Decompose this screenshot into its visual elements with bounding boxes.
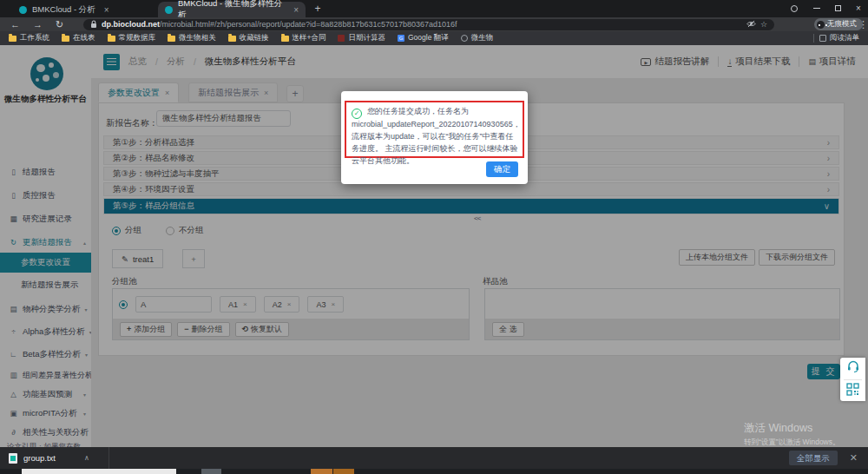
screen: BMKCloud - 分析 × BMKCloud - 微生物多样性分析 × + …	[0, 0, 868, 474]
success-check-icon: ✓	[352, 109, 362, 119]
bookmark-item[interactable]: 常规数据库	[108, 33, 156, 43]
download-bar: group.txt ∧ 全部显示 ✕	[0, 447, 868, 469]
folder-icon	[9, 36, 16, 42]
close-download-bar-icon[interactable]: ✕	[850, 452, 858, 464]
globe-icon	[461, 35, 468, 42]
calculator-icon	[338, 35, 345, 42]
url-text: dp.biocloud.net/microbial.html#/zh/perso…	[102, 20, 457, 29]
window-minimize-button[interactable]	[806, 0, 828, 17]
reading-list-button[interactable]: 阅读清单	[819, 33, 859, 43]
bookmark-item[interactable]: 收藏链接	[228, 33, 269, 43]
customer-service-icon[interactable]	[846, 359, 860, 377]
bookmarks-bar: 工作系统 在线表 常规数据库 微生物相关 收藏链接 送样+合同 日期计算器 GG…	[0, 31, 868, 45]
browser-tab-1[interactable]: BMKCloud - 分析 ×	[12, 2, 153, 17]
chevron-up-icon[interactable]: ∧	[84, 454, 89, 462]
folder-icon	[281, 36, 289, 42]
address-bar[interactable]: dp.biocloud.net/microbial.html#/zh/perso…	[83, 19, 774, 30]
divider	[108, 447, 109, 469]
taskbar-window-segment	[22, 469, 176, 474]
bookmark-item[interactable]: GGoogle 翻译	[398, 33, 449, 43]
qr-code-icon[interactable]	[846, 383, 859, 399]
bookmark-item[interactable]: 工作系统	[9, 33, 49, 43]
incognito-icon	[817, 21, 825, 29]
google-translate-icon: G	[398, 35, 404, 42]
eye-off-icon[interactable]	[746, 16, 756, 32]
folder-icon	[228, 36, 236, 42]
bookmark-item[interactable]: 微生物相关	[168, 33, 216, 43]
downloaded-file-item[interactable]: group.txt ∧	[0, 453, 98, 464]
task-success-dialog: ✓您的任务提交成功，任务名为microbial_updateReport_202…	[341, 91, 528, 184]
taskbar-window-segment	[311, 469, 332, 474]
browser-toolbar: ← → ↻ dp.biocloud.net/microbial.html#/zh…	[0, 17, 868, 31]
folder-icon	[108, 36, 115, 42]
confirm-button[interactable]: 确定	[486, 161, 518, 177]
window-close-button[interactable]: ×	[847, 0, 868, 17]
windows-taskbar-edge	[0, 469, 868, 474]
tab-close-icon[interactable]: ×	[293, 5, 299, 15]
show-all-downloads-button[interactable]: 全部显示	[789, 451, 838, 465]
incognito-badge[interactable]: 无痕模式	[814, 18, 863, 30]
bmkcloud-favicon	[19, 6, 27, 14]
browser-tab-2[interactable]: BMKCloud - 微生物多样性分析 ×	[158, 2, 306, 17]
taskbar-window-segment	[333, 469, 354, 474]
file-name: group.txt	[23, 453, 56, 463]
bmkcloud-favicon	[165, 6, 173, 14]
tab-close-icon[interactable]: ×	[104, 5, 109, 15]
new-tab-button[interactable]: +	[311, 3, 325, 16]
window-maximize-button[interactable]	[826, 0, 849, 17]
divider	[813, 34, 814, 43]
browser-tab-strip: BMKCloud - 分析 × BMKCloud - 微生物多样性分析 × + …	[0, 0, 868, 17]
incognito-label: 无痕模式	[827, 19, 857, 30]
bookmark-star-icon[interactable]: ☆	[760, 20, 767, 29]
bookmark-item[interactable]: 送样+合同	[281, 33, 326, 43]
reading-list-icon	[819, 35, 826, 42]
file-icon	[9, 453, 17, 464]
back-icon[interactable]: ←	[10, 17, 20, 31]
service-widget	[840, 358, 865, 401]
divider	[844, 379, 862, 380]
folder-icon	[168, 36, 175, 42]
windows-activation-watermark: 激活 Windows 转到“设置”以激活 Windows。	[744, 421, 840, 448]
dialog-message: ✓您的任务提交成功，任务名为microbial_updateReport_202…	[352, 106, 518, 168]
taskbar-window-segment	[201, 469, 221, 474]
browser-tab-title: BMKCloud - 分析	[32, 4, 95, 16]
chrome-menu-icon[interactable]: ⋮	[858, 17, 868, 31]
reload-icon[interactable]: ↻	[56, 17, 63, 31]
bookmark-item[interactable]: 在线表	[62, 33, 95, 43]
bookmark-item[interactable]: 日期计算器	[338, 33, 385, 43]
padlock-icon	[90, 20, 97, 29]
folder-icon	[62, 36, 69, 42]
browser-profile-icon[interactable]	[783, 0, 806, 17]
bookmark-item[interactable]: 微生物	[461, 33, 494, 43]
forward-icon[interactable]: →	[33, 17, 43, 31]
